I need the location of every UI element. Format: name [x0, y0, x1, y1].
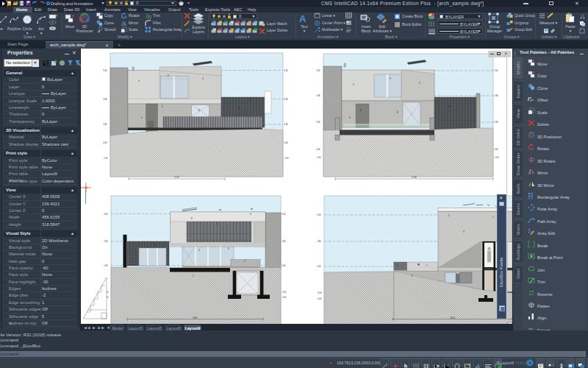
- svg-text:-1.00: -1.00: [284, 157, 289, 160]
- svg-text:0.00: 0.00: [282, 264, 287, 267]
- svg-text:2.60: 2.60: [317, 121, 321, 124]
- svg-text:6.16: 6.16: [282, 213, 287, 216]
- svg-text:17.07: 17.07: [174, 176, 179, 179]
- svg-text:-4.00: -4.00: [282, 296, 287, 299]
- svg-text:-3.20: -3.20: [318, 291, 322, 294]
- svg-text:5.80: 5.80: [495, 94, 499, 97]
- svg-text:5.80: 5.80: [104, 98, 108, 101]
- svg-text:2.60: 2.60: [104, 123, 108, 126]
- svg-text:0.00: 0.00: [317, 148, 321, 151]
- svg-text:26.13: 26.13: [450, 316, 455, 319]
- svg-text:23.07: 23.07: [193, 316, 198, 319]
- svg-text:-4.00: -4.00: [318, 297, 322, 300]
- svg-text:0.00: 0.00: [104, 264, 109, 267]
- svg-text:2.60: 2.60: [495, 121, 499, 124]
- svg-text:0.00: 0.00: [104, 141, 108, 144]
- svg-text:2.80: 2.80: [318, 240, 322, 243]
- svg-text:5.80: 5.80: [284, 98, 289, 101]
- svg-text:6.16: 6.16: [104, 213, 109, 216]
- svg-text:0.00: 0.00: [318, 265, 322, 268]
- svg-text:-1.00: -1.00: [104, 157, 108, 160]
- svg-text:-3.20: -3.20: [282, 291, 287, 294]
- svg-text:9.16: 9.16: [495, 69, 499, 72]
- svg-text:9.16: 9.16: [104, 69, 108, 72]
- svg-text:21.46: 21.46: [412, 176, 417, 179]
- svg-text:-1.00: -1.00: [495, 156, 499, 159]
- svg-text:5.80: 5.80: [317, 94, 321, 97]
- svg-text:2.80: 2.80: [282, 240, 287, 243]
- svg-text:9.16: 9.16: [284, 69, 289, 72]
- svg-text:2.80: 2.80: [104, 240, 109, 243]
- svg-text:6.16: 6.16: [318, 213, 322, 216]
- svg-text:0.00: 0.00: [495, 148, 499, 151]
- svg-text:9.16: 9.16: [317, 69, 321, 72]
- svg-text:0.00: 0.00: [284, 141, 289, 144]
- svg-text:-1.00: -1.00: [317, 156, 321, 159]
- svg-text:2.60: 2.60: [284, 123, 289, 126]
